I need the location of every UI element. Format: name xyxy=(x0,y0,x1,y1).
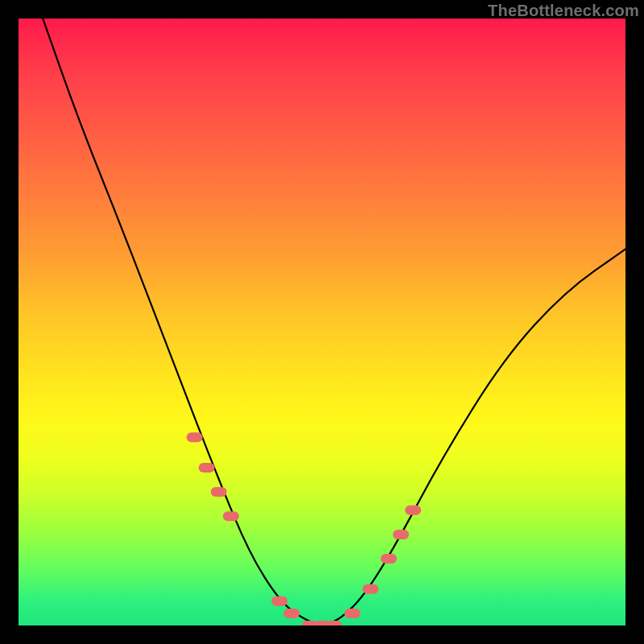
bottleneck-curve xyxy=(43,19,625,624)
marker-dot xyxy=(223,511,239,521)
marker-dot xyxy=(381,554,397,564)
watermark-text: TheBottleneck.com xyxy=(488,2,639,20)
marker-dot xyxy=(326,621,342,625)
marker-dot xyxy=(271,597,287,606)
chart-frame: TheBottleneck.com xyxy=(0,0,644,644)
marker-dot xyxy=(187,432,203,442)
marker-dot xyxy=(405,506,421,515)
marker-dot xyxy=(345,609,361,618)
chart-svg xyxy=(19,19,625,625)
marker-dot xyxy=(362,584,378,594)
marker-dot xyxy=(199,463,215,473)
marker-dot xyxy=(283,609,299,618)
plot-area xyxy=(19,19,625,625)
marker-dot xyxy=(393,530,409,539)
marker-dot xyxy=(211,487,227,497)
highlight-markers xyxy=(187,432,421,625)
